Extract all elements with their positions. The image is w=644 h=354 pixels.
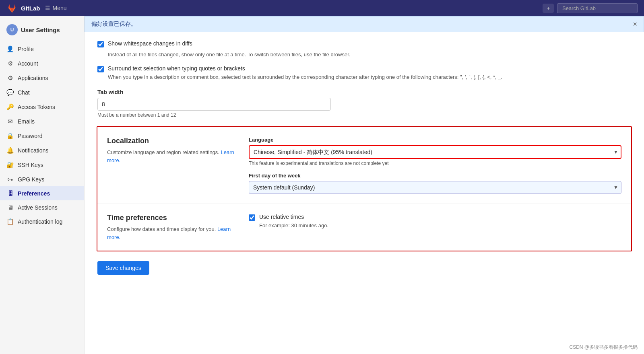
sidebar-label-profile: Profile — [18, 46, 34, 52]
language-label: Language — [249, 137, 621, 143]
tab-width-input[interactable] — [97, 98, 331, 111]
localization-section: Localization Customize language and regi… — [97, 127, 631, 204]
whitespace-hint: Instead of all the files changed, show o… — [108, 51, 631, 59]
user-avatar: U — [6, 24, 18, 35]
time-prefs-right: Use relative times For example: 30 minut… — [249, 214, 621, 241]
tab-width-hint: Must be a number between 1 and 12 — [97, 112, 331, 118]
time-prefs-left: Time preferences Configure how dates and… — [107, 214, 236, 241]
relative-times-row: Use relative times For example: 30 minut… — [249, 214, 621, 230]
gpg-keys-icon: 🗝 — [6, 176, 14, 183]
relative-times-checkbox[interactable] — [249, 214, 255, 221]
plus-button[interactable]: + — [543, 4, 554, 13]
sidebar-item-applications[interactable]: ⚙ Applications — [0, 71, 84, 85]
sidebar-label-ssh-keys: SSH Keys — [18, 162, 43, 168]
sidebar-label-authentication-log: Authentication log — [18, 218, 62, 225]
first-day-select-wrapper: System default (Sunday) Monday Sunday Sa… — [249, 181, 621, 194]
surround-desc: When you type in a description or commen… — [108, 73, 502, 81]
diffs-section: Show whitespace changes in diffs Instead… — [97, 32, 631, 126]
sidebar-item-authentication-log[interactable]: 📋 Authentication log — [0, 214, 84, 229]
notification-banner: 偏好设置已保存。 × — [85, 16, 644, 32]
applications-icon: ⚙ — [6, 74, 14, 82]
time-prefs-desc: Configure how dates and times display fo… — [107, 225, 236, 241]
main-layout: U User Settings 👤 Profile ⚙ Account ⚙ Ap… — [0, 16, 644, 354]
language-field: Language Chinese, Simplified - 简体中文 (95%… — [249, 137, 621, 166]
relative-times-label: Use relative times — [259, 214, 328, 220]
tab-width-field: Tab width Must be a number between 1 and… — [97, 89, 331, 118]
notification-text: 偏好设置已保存。 — [91, 21, 136, 28]
localization-description-text: Customize language and region related se… — [107, 149, 219, 155]
password-icon: 🔒 — [6, 132, 14, 140]
localization-left: Localization Customize language and regi… — [107, 137, 236, 194]
topnav-actions: + — [543, 3, 638, 13]
localization-highlighted-border: Localization Customize language and regi… — [97, 126, 632, 251]
whitespace-checkbox-row: Show whitespace changes in diffs — [97, 40, 631, 47]
language-warning: This feature is experimental and transla… — [249, 161, 621, 166]
chat-icon: 💬 — [6, 89, 14, 96]
access-tokens-icon: 🔑 — [6, 103, 14, 111]
active-sessions-icon: 🖥 — [6, 204, 14, 211]
whitespace-label: Show whitespace changes in diffs — [108, 40, 192, 47]
sidebar-label-applications: Applications — [18, 75, 48, 81]
sidebar-title: User Settings — [21, 27, 60, 33]
save-changes-button[interactable]: Save changes — [97, 261, 149, 275]
time-prefs-description-text: Configure how dates and times display fo… — [107, 226, 216, 232]
sidebar-item-active-sessions[interactable]: 🖥 Active Sessions — [0, 200, 84, 214]
tab-width-label: Tab width — [97, 89, 331, 95]
language-select[interactable]: Chinese, Simplified - 简体中文 (95% translat… — [249, 145, 621, 159]
profile-icon: 👤 — [6, 45, 14, 53]
menu-button[interactable]: ☰ Menu — [45, 5, 67, 11]
content-area: Show whitespace changes in diffs Instead… — [85, 32, 644, 288]
surround-label: Surround text selection when typing quot… — [108, 65, 502, 72]
first-day-select[interactable]: System default (Sunday) Monday Sunday Sa… — [249, 181, 621, 194]
notification-close-button[interactable]: × — [633, 21, 637, 28]
account-icon: ⚙ — [6, 60, 14, 67]
gitlab-logo[interactable]: GitLab — [6, 2, 40, 14]
topnav-logo-text: GitLab — [21, 5, 40, 12]
authentication-log-icon: 📋 — [6, 218, 14, 225]
surround-checkbox[interactable] — [97, 66, 104, 72]
sidebar-item-chat[interactable]: 💬 Chat — [0, 85, 84, 100]
localization-desc: Customize language and region related se… — [107, 148, 236, 164]
time-preferences-section: Time preferences Configure how dates and… — [97, 204, 631, 251]
sidebar-header: U User Settings — [0, 21, 84, 42]
menu-label: Menu — [53, 5, 67, 11]
sidebar-item-notifications[interactable]: 🔔 Notifications — [0, 143, 84, 158]
notifications-icon: 🔔 — [6, 147, 14, 154]
sidebar-item-profile[interactable]: 👤 Profile — [0, 42, 84, 56]
sidebar-label-notifications: Notifications — [18, 147, 48, 154]
search-input[interactable] — [557, 3, 638, 13]
sidebar-label-emails: Emails — [18, 118, 35, 125]
sidebar-label-preferences: Preferences — [18, 190, 50, 197]
ssh-keys-icon: 🔐 — [6, 161, 14, 169]
relative-times-example: For example: 30 minutes ago. — [259, 222, 328, 230]
sidebar-label-access-tokens: Access Tokens — [18, 104, 55, 110]
time-prefs-title: Time preferences — [107, 214, 236, 222]
sidebar-label-password: Password — [18, 133, 42, 139]
whitespace-checkbox[interactable] — [97, 41, 104, 47]
sidebar-label-chat: Chat — [18, 89, 30, 96]
top-navigation: GitLab ☰ Menu + — [0, 0, 644, 16]
sidebar: U User Settings 👤 Profile ⚙ Account ⚙ Ap… — [0, 16, 85, 354]
preferences-icon: 🎛 — [6, 190, 14, 197]
language-select-wrapper: Chinese, Simplified - 简体中文 (95% translat… — [249, 145, 621, 159]
emails-icon: ✉ — [6, 118, 14, 125]
main-content: 偏好设置已保存。 × Show whitespace changes in di… — [85, 16, 644, 354]
first-day-field: First day of the week System default (Su… — [249, 173, 621, 194]
sidebar-item-account[interactable]: ⚙ Account — [0, 56, 84, 71]
watermark: CSDN @多读书多看报多撸代码 — [569, 344, 638, 351]
gitlab-icon — [6, 2, 18, 14]
sidebar-item-emails[interactable]: ✉ Emails — [0, 114, 84, 129]
first-day-label: First day of the week — [249, 173, 621, 179]
sidebar-label-active-sessions: Active Sessions — [18, 204, 58, 211]
localization-right: Language Chinese, Simplified - 简体中文 (95%… — [249, 137, 621, 194]
sidebar-item-access-tokens[interactable]: 🔑 Access Tokens — [0, 100, 84, 114]
sidebar-item-ssh-keys[interactable]: 🔐 SSH Keys — [0, 158, 84, 172]
sidebar-item-gpg-keys[interactable]: 🗝 GPG Keys — [0, 172, 84, 186]
localization-title: Localization — [107, 137, 236, 145]
surround-checkbox-row: Surround text selection when typing quot… — [97, 65, 631, 81]
sidebar-item-password[interactable]: 🔒 Password — [0, 129, 84, 143]
sidebar-label-gpg-keys: GPG Keys — [18, 176, 44, 183]
sidebar-item-preferences[interactable]: 🎛 Preferences — [0, 186, 84, 200]
sidebar-label-account: Account — [18, 60, 38, 67]
